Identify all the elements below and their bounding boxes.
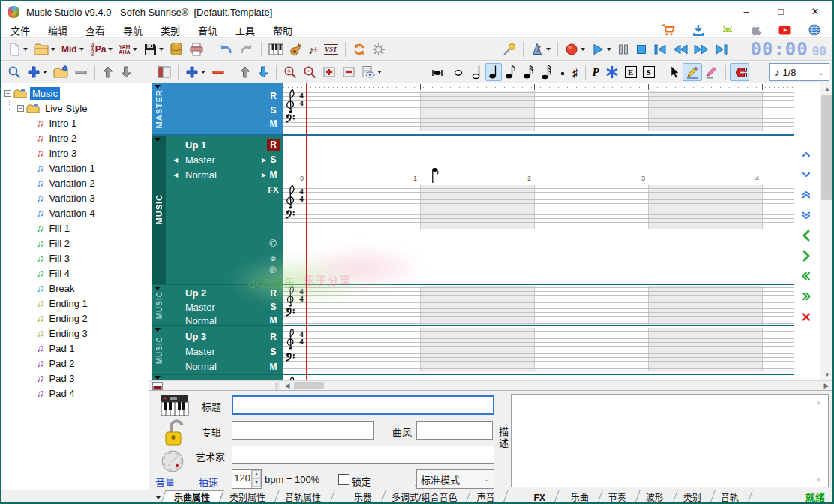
up1-bass-staff[interactable] bbox=[284, 211, 794, 226]
menu-导航[interactable]: 导航 bbox=[114, 23, 152, 38]
master-treble-staff[interactable] bbox=[284, 92, 794, 108]
note-sharp-button[interactable]: ♯ bbox=[569, 63, 581, 81]
loop-region-icon[interactable] bbox=[152, 382, 163, 390]
tab-音轨属性[interactable]: 音轨属性 bbox=[275, 490, 331, 504]
open-yamaha-button[interactable]: YAMAHA bbox=[116, 40, 140, 58]
tree-item-pad-4[interactable]: ♫Pad 4 bbox=[2, 386, 148, 400]
menu-查看[interactable]: 查看 bbox=[76, 23, 114, 38]
expression-box-button[interactable]: E bbox=[622, 63, 640, 81]
scrollbar-up-icon[interactable]: ▲ bbox=[820, 83, 832, 94]
piano-keyboard-button[interactable] bbox=[266, 40, 286, 58]
collapse-track-icon[interactable] bbox=[154, 286, 160, 290]
tree-item-fill-1[interactable]: ♫Fill 1 bbox=[2, 220, 148, 236]
quantize-select[interactable]: ♪ 1/8 ⌄ bbox=[770, 63, 830, 81]
open-korg-pa-button[interactable]: KORGPa bbox=[87, 40, 116, 58]
track-partial-header[interactable] bbox=[152, 375, 284, 380]
open-file-button[interactable] bbox=[31, 40, 58, 58]
up3-treble-staff[interactable] bbox=[284, 331, 794, 346]
track-route[interactable]: Master bbox=[185, 346, 215, 357]
tab-音轨[interactable]: 音轨 bbox=[711, 490, 748, 504]
tree-item-intro-1[interactable]: ♫Intro 1 bbox=[2, 116, 148, 130]
track-route[interactable]: Master bbox=[185, 302, 215, 313]
tempo-value[interactable]: 120 bbox=[232, 470, 251, 488]
stop-button[interactable] bbox=[632, 40, 650, 58]
tab-波形[interactable]: 波形 bbox=[636, 490, 674, 504]
track-route[interactable]: Master bbox=[185, 154, 215, 166]
note-eighth-button[interactable] bbox=[502, 63, 520, 81]
move-track-down-button[interactable] bbox=[254, 63, 272, 81]
menu-编辑[interactable]: 编辑 bbox=[39, 23, 76, 38]
unlock-icon[interactable] bbox=[164, 418, 187, 448]
collapse-track-icon[interactable] bbox=[154, 138, 160, 142]
tree-item-label[interactable]: Pad 4 bbox=[47, 387, 77, 400]
scrollbar-thumb[interactable] bbox=[821, 95, 832, 200]
ornament-cluster-button[interactable] bbox=[602, 63, 622, 81]
menu-音轨[interactable]: 音轨 bbox=[189, 23, 226, 38]
tree-item-label[interactable]: Fill 1 bbox=[47, 222, 72, 235]
mute-button[interactable]: M bbox=[267, 361, 280, 373]
scroll-down-button[interactable] bbox=[797, 166, 815, 184]
scrollbar-thumb[interactable] bbox=[294, 382, 324, 389]
pause-button[interactable] bbox=[614, 40, 632, 58]
tree-item-fill-4[interactable]: ♫Fill 4 bbox=[2, 266, 148, 280]
insert-category-button[interactable] bbox=[50, 63, 71, 81]
tree-item-label[interactable]: Intro 2 bbox=[47, 132, 80, 145]
scrollbar-down-icon[interactable]: ▼ bbox=[820, 369, 832, 380]
move-category-down-button[interactable] bbox=[117, 63, 135, 81]
route-next-icon[interactable]: ▶ bbox=[262, 157, 266, 164]
print-button[interactable] bbox=[186, 40, 207, 58]
title-input[interactable] bbox=[232, 395, 494, 415]
tab-节奏[interactable]: 节奏 bbox=[598, 490, 636, 504]
page-right-button[interactable] bbox=[797, 287, 815, 305]
erase-tool-button[interactable] bbox=[702, 63, 722, 81]
menu-帮助[interactable]: 帮助 bbox=[264, 23, 302, 38]
scrollbar-right-icon[interactable]: ▶ bbox=[820, 381, 832, 390]
scroll-left-button[interactable] bbox=[797, 226, 815, 244]
scroll-right-button[interactable] bbox=[797, 247, 815, 265]
android-app-icon[interactable] bbox=[722, 25, 734, 35]
tree-item-live-style[interactable]: −Live Style bbox=[2, 100, 148, 116]
up1-treble-staff[interactable] bbox=[284, 188, 794, 204]
tempo-link[interactable]: 拍速 bbox=[199, 475, 218, 489]
tree-item-intro-3[interactable]: ♫Intro 3 bbox=[2, 146, 148, 160]
tree-item-fill-3[interactable]: ♫Fill 3 bbox=[2, 250, 148, 266]
menu-文件[interactable]: 文件 bbox=[2, 23, 39, 38]
up2-treble-staff[interactable] bbox=[284, 287, 794, 303]
download-icon[interactable] bbox=[692, 24, 704, 36]
save-file-button[interactable] bbox=[140, 40, 166, 58]
tree-item-label[interactable]: Fill 2 bbox=[47, 237, 72, 250]
note-quarter-button[interactable] bbox=[485, 63, 502, 81]
album-input[interactable] bbox=[232, 421, 374, 440]
new-file-button[interactable] bbox=[4, 40, 31, 58]
tree-item-label[interactable]: Music bbox=[30, 87, 60, 100]
note-thirtysecond-button[interactable] bbox=[538, 63, 556, 81]
tab-乐曲[interactable]: 乐曲 bbox=[561, 490, 598, 504]
track-up3-header[interactable]: MUSIC Up 3 Master Normal R S M bbox=[152, 326, 284, 374]
track-panel-button[interactable] bbox=[154, 63, 174, 81]
solo-button[interactable]: S bbox=[267, 346, 280, 358]
sustain-box-button[interactable]: S bbox=[640, 63, 658, 81]
stereo-mode-select[interactable]: 标准模式 ⌄ bbox=[416, 470, 494, 489]
track-name[interactable]: Up 2 bbox=[185, 287, 206, 298]
add-track-button[interactable] bbox=[182, 63, 208, 81]
ios-app-icon[interactable] bbox=[751, 24, 761, 36]
record-button[interactable] bbox=[562, 40, 588, 58]
splitter-grip[interactable] bbox=[274, 382, 280, 390]
vertical-scrollbar[interactable]: ▲ ▼ bbox=[820, 83, 832, 380]
tree-item-label[interactable]: Live Style bbox=[43, 102, 89, 115]
store-cart-icon[interactable] bbox=[662, 24, 675, 36]
tree-item-variation-1[interactable]: ♫Variation 1 bbox=[2, 160, 148, 176]
horizontal-scrollbar[interactable]: ◀ ▶ bbox=[149, 380, 832, 390]
up3-bass-staff[interactable] bbox=[284, 353, 794, 369]
route-prev-icon[interactable]: ◀ bbox=[173, 157, 178, 164]
redo-button[interactable] bbox=[236, 40, 257, 58]
volume-link[interactable]: 音量 bbox=[155, 475, 175, 489]
delete-selection-button[interactable] bbox=[797, 308, 815, 326]
pointer-tool-button[interactable] bbox=[666, 63, 682, 81]
zoom-in-button[interactable] bbox=[280, 63, 300, 81]
tree-item-break[interactable]: ♫Break bbox=[2, 280, 148, 296]
close-button[interactable]: ✕ bbox=[798, 2, 832, 22]
track-mode[interactable]: Normal bbox=[185, 361, 217, 372]
shrink-rows-button[interactable] bbox=[339, 63, 358, 81]
note-whole-button[interactable] bbox=[448, 63, 469, 81]
